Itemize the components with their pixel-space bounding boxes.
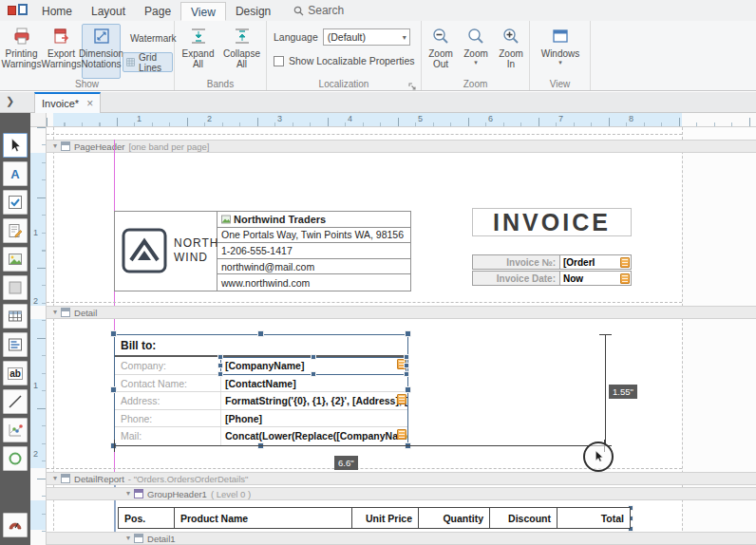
company-logo-cell[interactable]: NORTH WIND — [115, 212, 217, 291]
dimension-notations-button[interactable]: Dimension Notations — [82, 24, 121, 79]
selection-handle[interactable] — [110, 330, 117, 337]
zoom-in-button[interactable]: Zoom In — [494, 24, 528, 79]
selection-handle[interactable] — [217, 371, 223, 377]
header-cell-total[interactable]: Total — [558, 507, 631, 529]
selection-handle[interactable] — [311, 354, 316, 360]
invoice-date-row[interactable]: Invoice Date: Now — [472, 271, 632, 286]
table-tool[interactable] — [3, 304, 28, 329]
invoice-number-row[interactable]: Invoice №: [OrderI — [472, 254, 632, 270]
design-surface[interactable]: ▾ PageHeader [one band per page] NORTH W… — [47, 127, 756, 545]
band-suffix: ( Level 0 ) — [211, 489, 251, 499]
gauge-tool[interactable] — [3, 513, 28, 537]
ruler-number: 1 — [33, 381, 38, 390]
address-value-cell[interactable]: FormatString('{0}, {1}, {2}', [Address],… — [221, 392, 407, 409]
application-icon[interactable] — [8, 3, 32, 18]
bill-to-row-contact[interactable]: Contact Name: [ContactName] — [115, 375, 407, 393]
tab-layout[interactable]: Layout — [82, 2, 135, 21]
language-select[interactable]: (Default) ▾ — [323, 28, 410, 46]
band-header-detail1[interactable]: ▾ Detail1 — [47, 532, 756, 545]
selection-handle[interactable] — [404, 363, 409, 368]
horizontal-ruler[interactable]: 1 2 3 4 5 6 7 8 — [47, 113, 756, 127]
line-tool[interactable] — [3, 389, 28, 414]
tab-home[interactable]: Home — [32, 2, 82, 21]
band-header-detailreport[interactable]: ▾ DetailReport - "Orders.OrdersOrderDeta… — [47, 472, 756, 485]
label-tool[interactable]: A — [3, 161, 28, 186]
invoice-date-expression: Now — [563, 273, 583, 284]
contact-name-value-cell[interactable]: [ContactName] — [221, 375, 407, 392]
printing-warnings-button[interactable]: Printing Warnings — [2, 24, 41, 79]
pointer-tool[interactable] — [3, 133, 28, 158]
bill-to-row-phone[interactable]: Phone: [Phone] — [115, 410, 407, 428]
mail-value-cell[interactable]: Concat(Lower(Replace([CompanyName], — [221, 427, 407, 445]
document-tab-invoice[interactable]: Invoice* × — [34, 92, 101, 113]
band-header-detail[interactable]: ▾ Detail — [47, 306, 756, 319]
collapse-all-button[interactable]: Collapse All — [222, 24, 261, 79]
invoice-date-value[interactable]: Now — [560, 272, 631, 285]
company-phone-cell[interactable]: 1-206-555-1417 — [217, 243, 410, 259]
close-icon[interactable]: × — [86, 99, 93, 108]
band-header-groupheader1[interactable]: ▾ GroupHeader1 ( Level 0 ) — [47, 487, 756, 500]
band-collapse-icon[interactable]: ▾ — [53, 309, 57, 316]
bill-to-row-company[interactable]: Company: [CompanyName] — [115, 357, 407, 375]
header-cell-quantity[interactable]: Quantity — [419, 507, 490, 529]
ribbon-search[interactable]: Search — [293, 4, 344, 17]
bill-to-row-address[interactable]: Address: FormatString('{0}, {1}, {2}', [… — [115, 392, 407, 410]
zoom-button[interactable]: Zoom ▾ — [460, 24, 492, 79]
tab-view[interactable]: View — [180, 2, 226, 21]
selection-handle[interactable] — [110, 386, 117, 393]
band-collapse-icon[interactable]: ▾ — [53, 475, 57, 482]
company-info-table[interactable]: NORTH WIND Northwind Traders One Portals… — [114, 211, 411, 291]
band-header-pageheader[interactable]: ▾ PageHeader [one band per page] — [47, 140, 756, 153]
header-cell-product-name[interactable]: Product Name — [175, 507, 352, 529]
company-address-cell[interactable]: One Portals Way, Twin Points WA, 98156 — [217, 228, 410, 244]
bill-to-title-cell[interactable]: Bill to: — [115, 335, 407, 357]
dialog-launcher-icon[interactable] — [408, 79, 418, 88]
expand-all-button[interactable]: Expand All — [179, 24, 217, 79]
selection-handle[interactable] — [217, 354, 223, 360]
band-collapse-icon[interactable]: ▾ — [126, 535, 130, 542]
header-cell-pos[interactable]: Pos. — [118, 507, 175, 529]
panel-tool[interactable] — [3, 275, 28, 300]
company-website-cell[interactable]: www.northwind.com — [217, 274, 410, 291]
band-collapse-icon[interactable]: ▾ — [126, 490, 130, 498]
checkbox-tool[interactable] — [3, 190, 28, 215]
tab-design[interactable]: Design — [226, 2, 280, 21]
character-comb-icon: ab — [8, 367, 23, 380]
phone-value-cell[interactable]: [Phone] — [221, 410, 407, 427]
company-name-cell[interactable]: Northwind Traders — [217, 212, 410, 228]
show-localizable-checkbox[interactable] — [274, 56, 284, 66]
picture-box-tool[interactable] — [3, 247, 28, 272]
selection-handle[interactable] — [405, 386, 411, 393]
bill-to-table[interactable]: Bill to: Company: [CompanyName] Contact … — [114, 334, 408, 446]
company-email-cell[interactable]: northwind@mail.com — [217, 259, 410, 275]
selection-handle[interactable] — [404, 354, 409, 360]
character-comb-tool[interactable]: ab — [3, 361, 28, 385]
selection-handle[interactable] — [404, 371, 409, 377]
export-warnings-button[interactable]: Export Warnings — [42, 24, 81, 79]
panel-expand-icon[interactable]: ❯ — [6, 95, 14, 107]
selection-handle[interactable] — [405, 330, 411, 337]
pointer-icon — [7, 137, 24, 154]
invoice-title-label[interactable]: INVOICE — [472, 208, 632, 236]
vertical-ruler[interactable]: 1 2 1 2 — [30, 127, 47, 545]
header-cell-discount[interactable]: Discount — [490, 507, 558, 529]
selection-handle[interactable] — [257, 330, 264, 337]
tab-page[interactable]: Page — [135, 2, 180, 21]
band-collapse-icon[interactable]: ▾ — [53, 142, 57, 150]
zoom-out-button[interactable]: Zoom Out — [424, 24, 458, 79]
mail-field-expression: Concat(Lower(Replace([CompanyName], — [225, 430, 407, 442]
windows-button[interactable]: Windows ▾ — [539, 24, 581, 79]
ribbon-tab-row: Home Layout Page View Design Search — [0, 0, 756, 21]
header-cell-unit-price[interactable]: Unit Price — [352, 507, 419, 529]
shape-tool[interactable] — [3, 446, 28, 471]
watermark-button[interactable]: A Watermark — [123, 28, 173, 48]
chart-tool[interactable] — [3, 418, 28, 442]
table-of-contents-tool[interactable] — [3, 332, 28, 357]
selection-handle[interactable] — [311, 371, 316, 377]
logo-text: NORTH WIND — [174, 236, 218, 265]
rich-text-tool[interactable] — [3, 218, 28, 243]
grid-lines-button[interactable]: Grid Lines — [123, 52, 173, 72]
order-table-header-row[interactable]: Pos. Product Name Unit Price Quantity Di… — [118, 507, 631, 529]
selection-handle[interactable] — [217, 363, 223, 368]
invoice-number-value[interactable]: [OrderI — [560, 255, 631, 269]
